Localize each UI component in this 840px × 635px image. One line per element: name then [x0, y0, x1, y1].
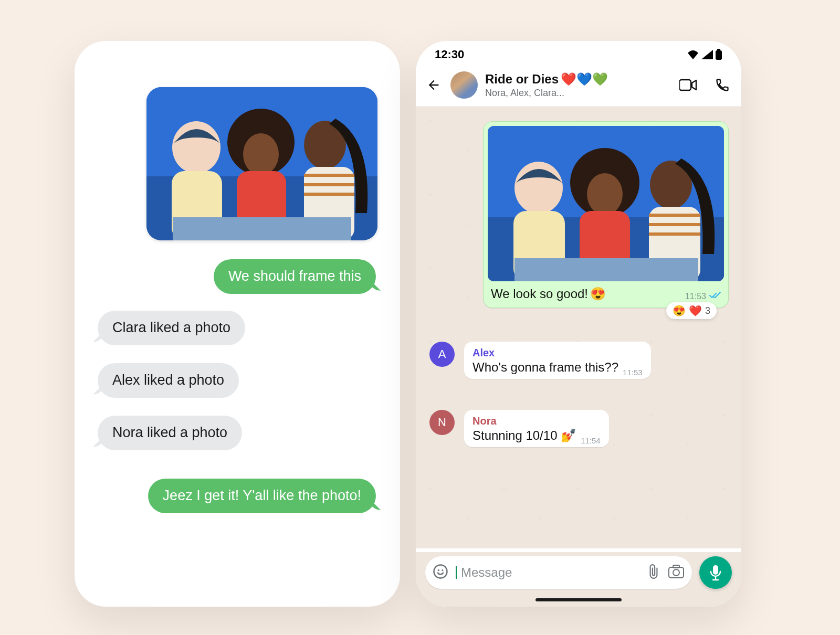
voice-message-button[interactable] — [699, 556, 732, 589]
chat-title-emoji: ❤️💙💚 — [561, 72, 608, 87]
svg-point-31 — [442, 569, 443, 571]
reaction-pill[interactable]: 😍 ❤️ 3 — [666, 302, 717, 319]
svg-point-30 — [438, 569, 439, 571]
mic-icon — [709, 564, 722, 581]
generic-messenger-phone: We should frame this Clara liked a photo… — [75, 41, 400, 607]
system-like-bubble[interactable]: Clara liked a photo — [98, 311, 245, 345]
svg-rect-12 — [173, 217, 351, 240]
svg-rect-15 — [679, 80, 691, 90]
attach-button[interactable] — [647, 564, 660, 581]
outgoing-caption-emoji: 😍 — [590, 287, 606, 301]
chat-title-block[interactable]: Ride or Dies ❤️💙💚 Nora, Alex, Clara... — [485, 72, 672, 99]
outgoing-image-message[interactable]: We look so good! 😍 11:53 😍 ❤️ 3 — [483, 121, 729, 308]
system-like-bubble[interactable]: Alex liked a photo — [98, 363, 239, 398]
chat-scroll-area[interactable]: We look so good! 😍 11:53 😍 ❤️ 3 — [416, 107, 741, 548]
chat-subtitle: Nora, Alex, Clara... — [485, 88, 672, 99]
status-time: 12:30 — [435, 48, 464, 61]
message-text: Stunning 10/10 💅 — [472, 428, 576, 443]
message-time: 11:53 — [623, 368, 643, 377]
svg-point-5 — [243, 133, 279, 175]
outgoing-photo[interactable] — [488, 126, 724, 281]
message-input[interactable]: Message — [425, 556, 692, 589]
smile-icon — [433, 564, 448, 579]
camera-icon — [668, 564, 685, 579]
emoji-picker-button[interactable] — [433, 564, 448, 581]
wifi-icon — [687, 50, 699, 59]
paperclip-icon — [647, 564, 660, 579]
group-avatar[interactable] — [450, 71, 478, 99]
android-home-indicator — [536, 598, 622, 601]
sender-avatar-nora[interactable]: N — [429, 410, 455, 435]
system-like-bubble[interactable]: Nora liked a photo — [98, 416, 242, 450]
video-call-button[interactable] — [679, 79, 697, 91]
reaction-count: 3 — [705, 305, 710, 316]
back-button[interactable] — [424, 76, 443, 94]
chat-title: Ride or Dies — [485, 72, 559, 87]
message-text: Who's gonna frame this?? — [472, 360, 618, 375]
sender-name: Nora — [472, 415, 601, 427]
svg-point-2 — [172, 121, 220, 174]
svg-rect-35 — [713, 565, 718, 575]
phone-icon — [715, 78, 730, 92]
android-status-bar: 12:30 — [416, 41, 741, 68]
svg-rect-13 — [716, 50, 722, 60]
generic-chat-thread: We should frame this Clara liked a photo… — [86, 66, 388, 581]
svg-point-29 — [434, 565, 447, 578]
cell-signal-icon — [701, 50, 713, 59]
message-time: 11:54 — [581, 436, 601, 445]
svg-rect-14 — [717, 49, 720, 50]
chat-header: Ride or Dies ❤️💙💚 Nora, Alex, Clara... — [416, 68, 741, 107]
svg-point-33 — [673, 569, 679, 576]
sender-avatar-alex[interactable]: A — [429, 342, 455, 367]
whatsapp-phone: 12:30 Ride or Dies ❤️💙💚 Nora, Alex, Clar… — [416, 41, 741, 607]
read-receipt-icon — [709, 292, 721, 301]
message-input-placeholder: Message — [456, 566, 639, 579]
svg-rect-28 — [514, 258, 698, 281]
outgoing-caption: We look so good! — [491, 287, 588, 301]
battery-icon — [715, 49, 722, 60]
incoming-message-nora[interactable]: Nora Stunning 10/10 💅 11:54 — [464, 410, 609, 447]
sent-message-bubble[interactable]: We should frame this — [214, 259, 376, 294]
incoming-message-alex[interactable]: Alex Who's gonna frame this?? 11:53 — [464, 342, 651, 379]
voice-call-button[interactable] — [715, 78, 730, 92]
message-time: 11:53 — [685, 292, 706, 301]
sent-message-bubble[interactable]: Jeez I get it! Y'all like the photo! — [148, 479, 376, 513]
svg-point-21 — [587, 173, 623, 215]
reaction-emojis: 😍 ❤️ — [673, 304, 702, 317]
sent-photo[interactable] — [146, 87, 377, 240]
sender-name: Alex — [472, 347, 643, 359]
svg-rect-34 — [673, 565, 679, 568]
camera-button[interactable] — [668, 564, 685, 581]
video-icon — [679, 79, 697, 91]
arrow-left-icon — [426, 78, 441, 92]
